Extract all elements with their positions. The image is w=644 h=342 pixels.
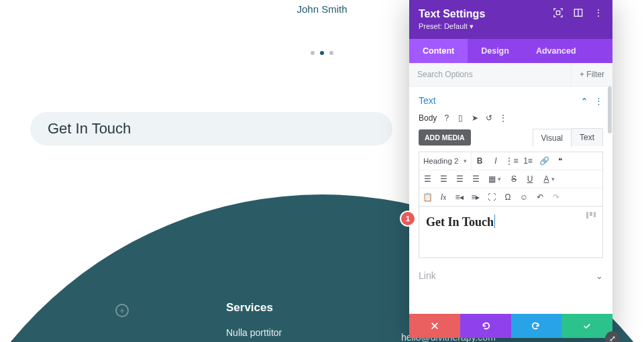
dynamic-content-icon[interactable] xyxy=(586,212,596,219)
headline-pill[interactable]: Get In Touch xyxy=(30,112,392,146)
tab-content[interactable]: Content xyxy=(409,39,468,63)
section-menu-icon[interactable] xyxy=(594,95,603,107)
body-field-row: Body ? ▯ ➤ ↺ ⋮ xyxy=(409,113,612,128)
carousel-dots[interactable] xyxy=(311,51,333,55)
help-icon[interactable]: ? xyxy=(442,114,451,123)
expand-icon[interactable] xyxy=(596,270,603,281)
columns-icon[interactable] xyxy=(574,8,583,17)
section-link-header[interactable]: Link xyxy=(409,258,612,281)
service-item[interactable]: Nulla porttitor xyxy=(226,324,324,342)
cancel-button[interactable] xyxy=(409,314,460,338)
dot[interactable] xyxy=(329,51,333,55)
tab-advanced[interactable]: Advanced xyxy=(523,39,590,63)
heading-selector[interactable]: Heading 2 xyxy=(419,152,472,170)
editor-text: Get In Touch xyxy=(426,215,494,229)
editor-tab-visual[interactable]: Visual xyxy=(533,129,572,147)
expand-panel-button[interactable]: ⤢ xyxy=(605,331,620,342)
align-left-icon[interactable]: ☰ xyxy=(419,170,435,188)
svg-rect-0 xyxy=(556,11,559,14)
undo-icon[interactable]: ↶ xyxy=(532,188,548,206)
save-button[interactable] xyxy=(561,314,612,338)
undo-button[interactable] xyxy=(460,314,511,338)
panel-title: Text Settings xyxy=(419,8,485,20)
add-media-button[interactable]: ADD MEDIA xyxy=(419,129,471,146)
body-label: Body xyxy=(419,113,437,123)
scrollbar-thumb[interactable] xyxy=(608,87,612,133)
section-text-label: Text xyxy=(419,95,436,106)
italic-icon[interactable]: I xyxy=(488,152,504,170)
headline-text: Get In Touch xyxy=(48,120,131,137)
special-char-icon[interactable]: Ω xyxy=(500,188,516,206)
focus-icon[interactable] xyxy=(553,8,563,17)
mobile-icon[interactable]: ▯ xyxy=(456,114,465,123)
align-justify-icon[interactable]: ☰ xyxy=(468,170,484,188)
panel-body: Text Body ? ▯ ➤ ↺ ⋮ ADD MEDIA Visual Tex… xyxy=(409,87,612,314)
kebab-menu-icon[interactable] xyxy=(594,8,603,17)
tab-design[interactable]: Design xyxy=(468,39,523,63)
underline-icon[interactable]: U xyxy=(522,170,538,188)
text-cursor xyxy=(494,215,495,228)
paste-icon[interactable]: 📋 xyxy=(419,188,435,206)
redo-icon[interactable]: ↷ xyxy=(548,188,564,206)
search-input[interactable] xyxy=(409,63,571,86)
reset-icon[interactable]: ↺ xyxy=(484,114,493,123)
panel-footer-actions xyxy=(409,314,612,338)
align-center-icon[interactable]: ☰ xyxy=(435,170,451,188)
indent-icon[interactable]: ≡▸ xyxy=(468,188,484,206)
link-icon[interactable]: 🔗 xyxy=(536,152,552,170)
bulleted-list-icon[interactable]: ⋮≡ xyxy=(504,152,520,170)
more-icon[interactable]: ⋮ xyxy=(498,114,507,123)
panel-tabs: Content Design Advanced xyxy=(409,39,612,63)
add-section-button[interactable]: + xyxy=(115,304,129,317)
filter-button[interactable]: Filter xyxy=(571,63,612,86)
bold-icon[interactable]: B xyxy=(472,152,488,170)
redo-button[interactable] xyxy=(511,314,562,338)
text-color-icon[interactable]: A xyxy=(538,170,560,188)
section-text-header[interactable]: Text xyxy=(409,87,612,113)
panel-header[interactable]: Text Settings Preset: Default xyxy=(409,0,612,39)
footer-services: Services Nulla porttitor Praesent sapien… xyxy=(226,301,324,342)
editor-content-area[interactable]: Get In Touch xyxy=(419,206,603,258)
editor-toolbar: Heading 2 B I ⋮≡ 1≡ 🔗 ❝ ☰ ☰ ☰ ☰ ▦ S U A … xyxy=(419,152,603,206)
fullscreen-icon[interactable]: ⛶ xyxy=(484,188,500,206)
cursor-icon[interactable]: ➤ xyxy=(470,114,479,123)
strikethrough-icon[interactable]: S xyxy=(506,170,522,188)
author-name: John Smith xyxy=(297,3,347,15)
search-row: Filter xyxy=(409,63,612,87)
editor-top-row: ADD MEDIA Visual Text xyxy=(409,128,612,152)
preset-picker[interactable]: Preset: Default xyxy=(419,22,485,31)
services-title: Services xyxy=(226,301,324,315)
settings-panel: Text Settings Preset: Default Content De… xyxy=(409,0,612,338)
dot[interactable] xyxy=(311,51,315,55)
editor-tab-text[interactable]: Text xyxy=(572,128,603,146)
dot-active[interactable] xyxy=(320,51,324,55)
emoji-icon[interactable]: ☺ xyxy=(516,188,532,206)
table-icon[interactable]: ▦ xyxy=(484,170,506,188)
quote-icon[interactable]: ❝ xyxy=(552,152,568,170)
link-label: Link xyxy=(419,270,436,281)
clear-format-icon[interactable]: Ix xyxy=(435,188,451,206)
outdent-icon[interactable]: ≡◂ xyxy=(451,188,468,206)
align-right-icon[interactable]: ☰ xyxy=(451,170,468,188)
callout-badge-1: 1 xyxy=(401,212,415,225)
numbered-list-icon[interactable]: 1≡ xyxy=(520,152,536,170)
collapse-icon[interactable] xyxy=(581,95,588,107)
